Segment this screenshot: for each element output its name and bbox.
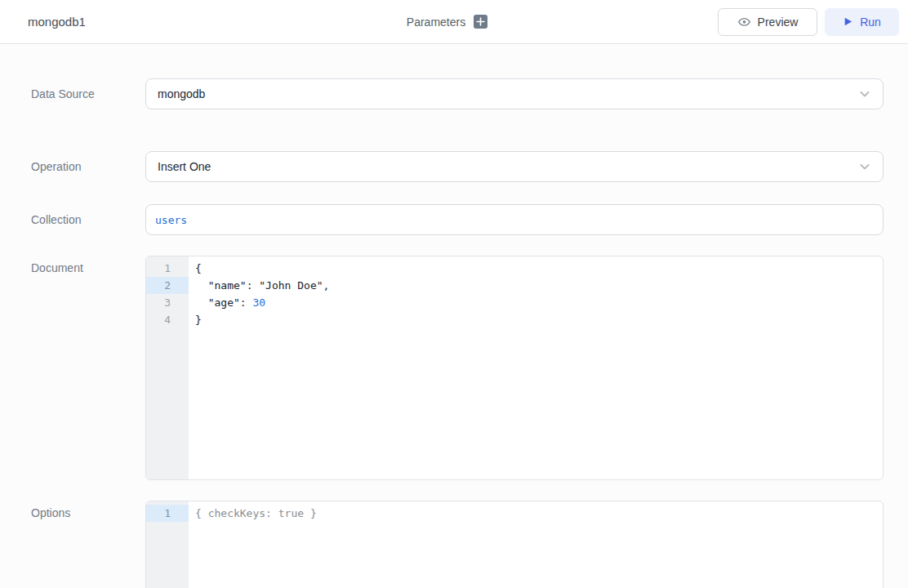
parameters-section: Parameters (407, 15, 487, 29)
header-bar: mongodb1 Parameters Preview Run (0, 0, 908, 44)
eye-icon (737, 15, 751, 29)
options-code-editor[interactable]: 1 { checkKeys: true } (145, 501, 884, 588)
operation-value: Insert One (158, 160, 211, 173)
chevron-down-icon (858, 87, 871, 100)
document-code-area: { "name": "John Doe", "age": 30 } (189, 256, 883, 479)
collection-input[interactable]: users (145, 204, 884, 235)
code-line: "age": 30 (195, 294, 883, 311)
operation-dropdown[interactable]: Insert One (145, 151, 884, 182)
preview-button[interactable]: Preview (718, 8, 817, 36)
run-button-label: Run (860, 16, 881, 29)
query-title[interactable]: mongodb1 (28, 15, 86, 29)
parameters-label: Parameters (407, 16, 465, 29)
preview-button-label: Preview (758, 16, 799, 29)
line-number-active: 2 (146, 277, 189, 294)
add-parameter-button[interactable] (474, 15, 487, 29)
options-row: Options 1 { checkKeys: true } (0, 501, 908, 588)
header-left: mongodb1 (28, 15, 407, 29)
line-number: 1 (146, 260, 189, 277)
data-source-row: Data Source mongodb (0, 78, 908, 109)
collection-label: Collection (31, 213, 145, 226)
document-label: Document (31, 256, 145, 274)
plus-icon (476, 17, 485, 26)
data-source-value: mongodb (158, 87, 205, 100)
code-line: { checkKeys: true } (195, 505, 883, 522)
document-row: Document 1 2 3 4 { "name": "John Doe", "… (0, 256, 908, 480)
data-source-label: Data Source (31, 87, 145, 100)
data-source-dropdown[interactable]: mongodb (145, 78, 884, 109)
operation-row: Operation Insert One (0, 151, 908, 182)
collection-row: Collection users (0, 204, 908, 235)
code-line: { (195, 260, 883, 277)
line-number: 4 (146, 311, 189, 328)
code-line: } (195, 311, 883, 328)
query-form: Data Source mongodb Operation Insert One… (0, 44, 908, 588)
options-placeholder: { checkKeys: true } (195, 507, 317, 519)
line-number: 3 (146, 294, 189, 311)
line-number-gutter: 1 (146, 501, 189, 588)
operation-label: Operation (31, 160, 145, 173)
chevron-down-icon (858, 160, 871, 173)
run-button[interactable]: Run (825, 8, 899, 36)
collection-value: users (155, 214, 187, 226)
options-code-area: { checkKeys: true } (189, 501, 883, 588)
play-icon (843, 16, 853, 27)
document-code-editor[interactable]: 1 2 3 4 { "name": "John Doe", "age": 30 … (145, 256, 884, 480)
line-number-gutter: 1 2 3 4 (146, 256, 189, 479)
code-line: "name": "John Doe", (195, 277, 883, 294)
header-actions: Preview Run (520, 8, 899, 36)
options-label: Options (31, 501, 145, 519)
line-number-active: 1 (146, 505, 189, 522)
